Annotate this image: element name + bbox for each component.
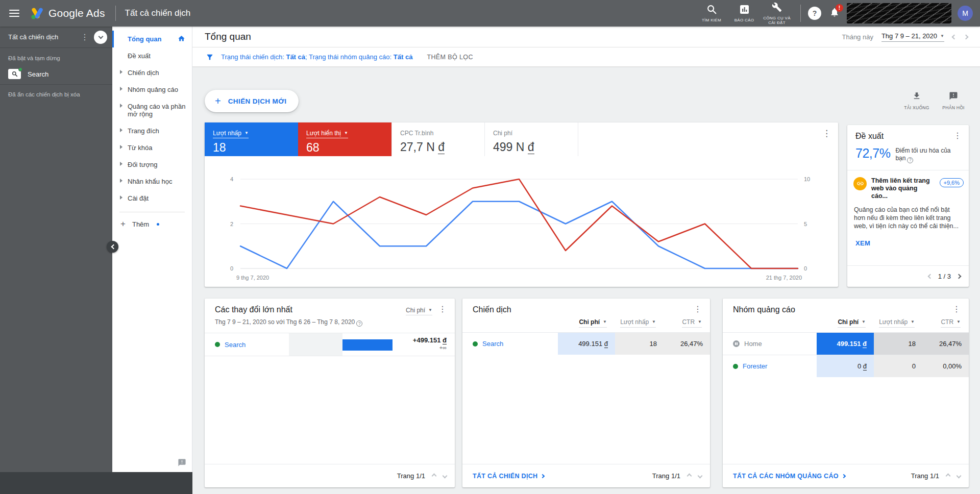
recommendation-item-title[interactable]: Thêm liên kết trang web vào quảng cáo...: [871, 177, 935, 200]
ctr-cell: 26,47%: [923, 333, 969, 355]
nav-item-settings[interactable]: Cài đặt: [112, 190, 192, 207]
chart-kebab-menu[interactable]: ⋮: [819, 130, 834, 138]
table-row[interactable]: Search +499.151 đ +∞: [205, 333, 455, 356]
currency-symbol: đ: [863, 340, 867, 348]
page-down-button[interactable]: [698, 474, 703, 479]
nav-item-ad-groups[interactable]: Nhóm quảng cáo: [112, 81, 192, 98]
notifications-button[interactable]: !: [829, 7, 840, 19]
all-campaigns-link[interactable]: TẤT CẢ CHIẾN DỊCH: [473, 473, 544, 480]
recommendations-card: Đề xuất ⋮ 72,7% Điểm tối ưu hóa của bạn?…: [847, 125, 969, 287]
chevron-right-icon: [541, 474, 545, 478]
avatar[interactable]: M: [958, 6, 973, 21]
previous-recommendation-button[interactable]: [927, 274, 933, 279]
metric-tab-cost[interactable]: Chi phí 499 N đ: [485, 122, 578, 156]
column-header-cost[interactable]: Chi phí▼: [550, 318, 607, 328]
campaigns-kebab-menu[interactable]: ⋮: [691, 305, 705, 313]
recommendations-kebab-menu[interactable]: ⋮: [950, 132, 965, 140]
ad-group-link[interactable]: Home: [744, 340, 762, 348]
nav-item-more[interactable]: + Thêm: [112, 213, 192, 235]
nav-item-landing-pages[interactable]: Trang đích: [112, 122, 192, 139]
svg-text:5: 5: [804, 221, 807, 227]
overview-chart-card: Lượt nhấp▼ 18 Lượt hiển thị▼ 68 CPC Tr.b…: [205, 122, 838, 287]
nav-label: Nhóm quảng cáo: [128, 86, 178, 93]
changes-metric-selector[interactable]: Chi phí▼: [406, 307, 432, 315]
new-campaign-button[interactable]: + CHIẾN DỊCH MỚI: [205, 90, 299, 112]
page-up-button[interactable]: [946, 474, 951, 479]
nav-item-overview[interactable]: Tổng quan: [112, 31, 192, 47]
cost-cell: 499.151 đ: [558, 333, 615, 355]
column-header-clicks[interactable]: Lượt nhấp▼: [866, 318, 915, 328]
nav-item-recommendations[interactable]: Đề xuất: [112, 47, 192, 64]
download-label: TẢI XUỐNG: [900, 105, 933, 110]
page-indicator: Trang 1/1: [911, 472, 939, 480]
help-button[interactable]: ?: [808, 7, 821, 20]
page-up-button[interactable]: [432, 474, 437, 479]
campaign-link[interactable]: Search: [482, 340, 503, 348]
page-down-button[interactable]: [957, 474, 962, 479]
column-header-cost[interactable]: Chi phí▼: [808, 318, 866, 328]
sidebar-collapse-button[interactable]: [94, 31, 107, 44]
view-recommendation-link[interactable]: XEM: [847, 230, 969, 256]
nav-item-audiences[interactable]: Đối tượng: [112, 156, 192, 173]
change-value-cell: +499.151 đ +∞: [399, 333, 455, 356]
caret-down-icon: ▼: [911, 319, 915, 324]
nav-feedback-button[interactable]: [178, 458, 186, 469]
date-range-selector[interactable]: Thg 7 9 – 21, 2020▼: [881, 32, 944, 42]
reports-button[interactable]: BÁO CÁO: [728, 5, 760, 22]
help-icon[interactable]: ?: [356, 320, 362, 327]
active-filters[interactable]: Trạng thái chiến dịch: Tất cả; Trạng thá…: [221, 53, 412, 61]
ad-groups-kebab-menu[interactable]: ⋮: [949, 305, 964, 313]
metric-tab-avg-cpc[interactable]: CPC Tr.bình 27,7 N đ: [391, 122, 485, 156]
campaign-link[interactable]: Search: [225, 341, 246, 349]
feedback-button[interactable]: PHẢN HỒI: [937, 91, 970, 110]
column-header-ctr[interactable]: CTR▼: [915, 318, 961, 328]
column-header-clicks[interactable]: Lượt nhấp▼: [607, 318, 656, 328]
page-indicator: Trang 1/1: [652, 472, 680, 480]
optimization-score-label: Điểm tối ưu hóa của bạn?: [895, 146, 962, 163]
caret-down-icon: ▼: [940, 34, 944, 38]
sidebar-kebab-menu[interactable]: ⋮: [78, 33, 92, 41]
table-row[interactable]: Home 499.151 đ 18 26,47%: [723, 332, 969, 355]
nav-item-demographics[interactable]: Nhân khẩu học: [112, 173, 192, 190]
tools-settings-button[interactable]: CÔNG CỤ VÀ CÀI ĐẶT: [761, 2, 793, 25]
chevron-right-icon: [842, 474, 846, 478]
hidden-campaigns-link[interactable]: Đã ẩn các chiến dịch bị xóa: [0, 84, 112, 104]
metric-value: 18: [213, 141, 290, 155]
search-button[interactable]: TÌM KIẾM: [696, 5, 727, 22]
nav-label: Nhân khẩu học: [128, 178, 172, 185]
add-filter-button[interactable]: THÊM BỘ LỌC: [427, 54, 473, 61]
metric-tab-clicks[interactable]: Lượt nhấp▼ 18: [205, 122, 298, 156]
svg-text:0: 0: [804, 265, 807, 271]
sidebar-item-search-campaign[interactable]: Search: [0, 65, 112, 84]
plus-icon: +: [120, 219, 126, 229]
changes-kebab-menu[interactable]: ⋮: [435, 305, 450, 313]
page-indicator: Trang 1/1: [397, 472, 425, 480]
nav-item-keywords[interactable]: Từ khóa: [112, 139, 192, 156]
nav-collapse-button[interactable]: [107, 241, 118, 253]
caret-down-icon: ▼: [698, 319, 702, 324]
all-ad-groups-link[interactable]: TẤT CẢ CÁC NHÓM QUẢNG CÁO: [733, 473, 845, 480]
expand-arrow-icon: [120, 145, 122, 149]
next-recommendation-button[interactable]: [957, 274, 962, 279]
table-row[interactable]: Forester 0 đ 0 0,00%: [723, 355, 969, 377]
metric-tab-impressions[interactable]: Lượt hiển thị▼ 68: [298, 122, 391, 156]
nav-item-campaigns[interactable]: Chiến dịch: [112, 64, 192, 81]
recommendations-title: Đề xuất: [855, 132, 950, 141]
campaign-name: Search: [28, 70, 48, 78]
new-badge-dot: [157, 223, 159, 226]
ctr-cell: 26,47%: [664, 333, 710, 355]
table-row[interactable]: Search 499.151 đ 18 26,47%: [462, 332, 710, 355]
download-button[interactable]: TẢI XUỐNG: [900, 91, 933, 110]
page-up-button[interactable]: [687, 474, 692, 479]
help-icon[interactable]: ?: [907, 157, 913, 163]
menu-icon[interactable]: [9, 10, 19, 17]
enabled-status-dot: [18, 67, 22, 71]
previous-period-button[interactable]: [952, 34, 957, 39]
google-ads-logo[interactable]: Google Ads: [31, 7, 105, 19]
ad-group-link[interactable]: Forester: [743, 362, 767, 370]
page-down-button[interactable]: [443, 474, 448, 479]
nav-item-ads-extensions[interactable]: Quảng cáo và phần mở rộng: [112, 98, 192, 122]
ad-groups-card-title: Nhóm quảng cáo: [733, 305, 949, 314]
column-header-ctr[interactable]: CTR▼: [656, 318, 702, 328]
next-period-button[interactable]: [964, 34, 969, 39]
